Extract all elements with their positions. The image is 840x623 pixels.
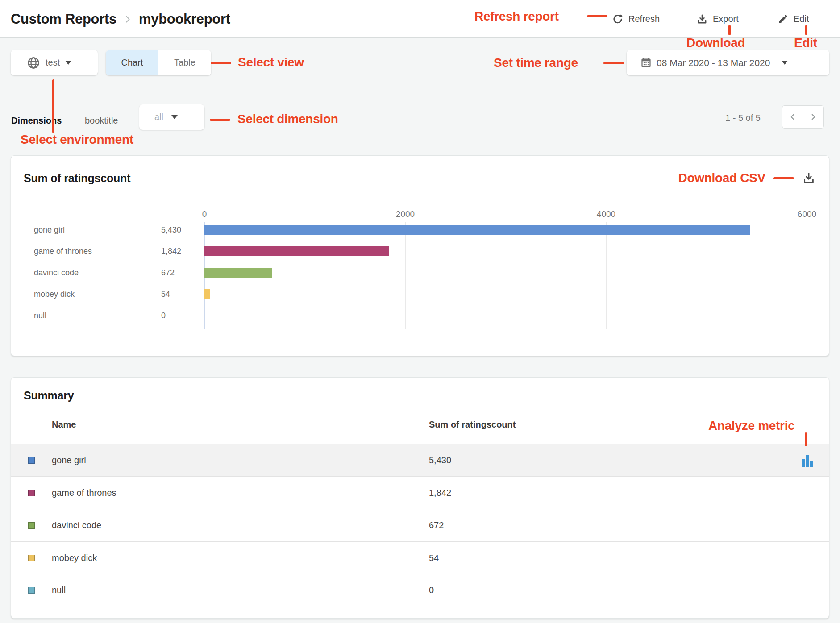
chart-row-value: 5,430 xyxy=(161,225,204,235)
chart-row: null 0 xyxy=(11,305,807,326)
x-tick: 2000 xyxy=(396,209,415,219)
annotation-download-csv: Download CSV xyxy=(678,171,765,185)
chart-row: gone girl 5,430 xyxy=(11,219,807,241)
annotation-set-time-range: Set time range xyxy=(494,56,578,70)
x-tick: 0 xyxy=(202,209,207,219)
bar-davinci-code[interactable] xyxy=(204,268,272,278)
pagination-text: 1 - 5 of 5 xyxy=(725,113,761,123)
table-row[interactable]: mobey dick 54 xyxy=(11,541,829,574)
download-icon xyxy=(696,13,708,25)
series-swatch xyxy=(28,587,35,594)
annotation-edit: Edit xyxy=(794,36,817,50)
download-csv-button[interactable] xyxy=(802,171,815,185)
tab-chart[interactable]: Chart xyxy=(106,50,158,75)
environment-select[interactable]: test xyxy=(11,50,98,75)
chart-row-value: 54 xyxy=(161,290,204,299)
chart-card: Sum of ratingscount Download CSV 0 2000 … xyxy=(11,155,829,356)
bar-mobey-dick[interactable] xyxy=(204,289,210,299)
globe-icon xyxy=(27,56,40,70)
chevron-left-icon xyxy=(788,112,798,122)
series-swatch xyxy=(28,457,35,464)
chevron-down-icon xyxy=(171,115,178,119)
export-label: Export xyxy=(713,14,739,24)
row-name: davinci code xyxy=(52,520,101,531)
breadcrumb-root[interactable]: Custom Reports xyxy=(11,11,116,27)
custom-report-page: Custom Reports mybookreport Refresh Expo… xyxy=(0,0,840,623)
row-name: mobey dick xyxy=(52,553,97,563)
chevron-down-icon xyxy=(65,61,71,65)
annotation-download: Download xyxy=(686,36,745,50)
table-row[interactable]: null 0 xyxy=(11,574,829,606)
row-value: 1,842 xyxy=(429,488,451,498)
edit-label: Edit xyxy=(794,14,809,24)
annotation-line-analyze-metric xyxy=(805,432,807,446)
series-swatch xyxy=(28,555,35,561)
row-name: gone girl xyxy=(52,455,86,465)
row-value: 54 xyxy=(429,553,439,563)
tab-table[interactable]: Table xyxy=(158,50,211,75)
pencil-icon xyxy=(778,13,789,25)
date-range-select[interactable]: 08 Mar 2020 - 13 Mar 2020 xyxy=(627,50,829,75)
bar-game-of-thrones[interactable] xyxy=(204,246,389,256)
breadcrumb-chevron-icon xyxy=(123,14,133,24)
summary-title: Summary xyxy=(24,389,74,402)
breadcrumb-current: mybookreport xyxy=(139,11,230,27)
series-swatch xyxy=(28,522,35,529)
chevron-down-icon xyxy=(782,61,788,65)
download-csv-group: Download CSV xyxy=(678,171,815,185)
x-tick: 4000 xyxy=(597,209,615,219)
annotation-line-time-range xyxy=(603,62,624,64)
calendar-icon xyxy=(640,57,652,69)
table-row[interactable]: gone girl 5,430 xyxy=(11,444,829,476)
chart-row-label: gone girl xyxy=(11,225,161,235)
gridline xyxy=(807,222,807,329)
table-row[interactable]: game of thrones 1,842 xyxy=(11,476,829,509)
column-header-sum: Sum of ratingscount xyxy=(429,419,516,430)
chart-row-label: null xyxy=(11,311,161,320)
environment-value: test xyxy=(46,58,60,68)
dimension-name: booktitle xyxy=(85,116,118,126)
refresh-icon xyxy=(612,13,624,25)
breadcrumb: Custom Reports mybookreport xyxy=(11,0,230,38)
chart-title: Sum of ratingscount xyxy=(24,172,130,185)
header: Custom Reports mybookreport Refresh Expo… xyxy=(0,0,840,38)
pagination-next-button[interactable] xyxy=(803,106,823,128)
pagination-prev-button[interactable] xyxy=(782,106,803,128)
bar-gone-girl[interactable] xyxy=(204,225,750,235)
analyze-metric-button[interactable] xyxy=(802,455,813,467)
annotation-select-view: Select view xyxy=(238,55,304,70)
summary-card: Summary Name Sum of ratingscount Analyze… xyxy=(11,377,829,619)
annotation-line-select-environment xyxy=(52,79,54,133)
dimension-filter-select[interactable]: all xyxy=(139,104,204,130)
chart-rows: gone girl 5,430 game of thrones 1,842 da… xyxy=(11,219,807,326)
annotation-line-edit xyxy=(805,25,807,35)
column-header-name: Name xyxy=(52,419,76,430)
chart-row: game of thrones 1,842 xyxy=(11,241,807,262)
chevron-right-icon xyxy=(808,112,818,122)
dimension-filter-value: all xyxy=(154,112,163,122)
chart-row-value: 0 xyxy=(161,311,204,320)
chart-row-value: 1,842 xyxy=(161,247,204,256)
edit-button[interactable]: Edit xyxy=(778,0,809,38)
view-toggle: Chart Table xyxy=(106,50,211,75)
row-name: game of thrones xyxy=(52,488,116,498)
annotation-line-select-view xyxy=(211,62,231,64)
pagination xyxy=(782,105,824,129)
refresh-button[interactable]: Refresh xyxy=(612,0,660,38)
row-value: 0 xyxy=(429,585,434,595)
chart-x-axis: 0 2000 4000 6000 xyxy=(204,207,807,219)
chart-row-label: mobey dick xyxy=(11,290,161,299)
row-value: 672 xyxy=(429,520,444,531)
chart-row-value: 672 xyxy=(161,268,204,278)
annotation-select-environment: Select environment xyxy=(21,133,133,147)
chart-row-label: davinci code xyxy=(11,268,161,278)
export-button[interactable]: Export xyxy=(696,0,739,38)
row-name: null xyxy=(52,585,66,595)
annotation-line-download xyxy=(728,25,731,35)
table-row[interactable]: davinci code 672 xyxy=(11,509,829,541)
annotation-line-download-csv xyxy=(773,177,794,179)
summary-table: gone girl 5,430 game of thrones 1,842 da… xyxy=(11,444,829,606)
chart-row: davinci code 672 xyxy=(11,262,807,283)
chart-row-label: game of thrones xyxy=(11,247,161,256)
annotation-select-dimension: Select dimension xyxy=(237,112,338,126)
